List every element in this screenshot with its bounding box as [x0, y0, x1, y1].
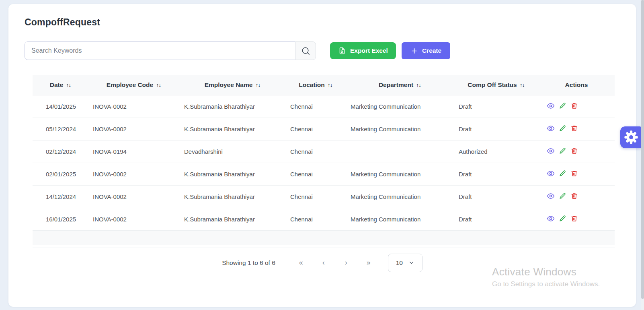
column-label: Department [379, 81, 413, 88]
cell-text: INOVA-0002 [93, 216, 127, 223]
cell-text: Marketing Communication [351, 103, 420, 110]
column-label: Location [299, 81, 325, 88]
cell-text: Marketing Communication [351, 126, 420, 132]
page-size-select[interactable]: 10 [388, 254, 422, 272]
edit-button[interactable] [557, 124, 568, 133]
cell-text: INOVA-0002 [93, 193, 127, 200]
settings-button[interactable] [620, 126, 642, 148]
search-button[interactable] [295, 41, 316, 60]
cell-status: Draft [454, 163, 538, 185]
column-label: Actions [565, 81, 588, 88]
column-header-actions: Actions [538, 75, 615, 95]
view-button[interactable] [545, 124, 557, 134]
create-label: Create [422, 47, 441, 54]
cell-text: Devadharshini [184, 148, 223, 155]
pencil-icon [559, 127, 566, 133]
cell-status: Draft [454, 95, 538, 118]
pencil-icon [559, 172, 566, 178]
edit-button[interactable] [557, 169, 568, 178]
sort-icon[interactable]: ↑↓ [156, 82, 161, 88]
cell-text: 05/12/2024 [46, 126, 76, 132]
view-button[interactable] [545, 192, 557, 201]
trash-icon [570, 195, 578, 201]
column-label: Date [50, 81, 64, 88]
cell-date: 14/01/2025 [33, 95, 88, 118]
sort-icon[interactable]: ↑↓ [255, 82, 260, 88]
search-input[interactable] [25, 41, 295, 60]
table-header-row: Date↑↓Employee Code↑↓Employee Name↑↓Loca… [33, 75, 615, 95]
cell-text: Draft [459, 126, 472, 132]
cell-text: Marketing Communication [351, 193, 420, 200]
cell-employee-name: K.Subramania Bharathiyar [179, 95, 285, 118]
view-button[interactable] [545, 147, 557, 156]
cell-department [346, 140, 454, 163]
create-button[interactable]: Create [402, 42, 450, 59]
column-label: Employee Name [205, 81, 253, 88]
column-label: Comp Off Status [468, 81, 517, 88]
cell-text: Draft [459, 193, 472, 200]
cell-department: Marketing Communication [346, 95, 454, 118]
sort-icon[interactable]: ↑↓ [328, 82, 332, 88]
cell-department: Marketing Communication [346, 185, 454, 208]
previous-page-button[interactable]: ‹ [318, 258, 329, 267]
sort-icon[interactable]: ↑↓ [66, 82, 71, 88]
cell-department: Marketing Communication [346, 118, 454, 140]
page-size-value: 10 [396, 259, 403, 267]
edit-button[interactable] [557, 192, 568, 201]
cell-status: Draft [454, 185, 538, 208]
first-page-button[interactable]: « [295, 258, 307, 267]
cell-text: Chennai [290, 103, 313, 110]
cell-actions [538, 95, 615, 118]
delete-button[interactable] [568, 215, 580, 223]
trash-icon [570, 105, 578, 111]
delete-button[interactable] [568, 192, 580, 201]
sort-icon[interactable]: ↑↓ [520, 82, 525, 88]
delete-button[interactable] [568, 124, 580, 133]
export-excel-button[interactable]: Export Excel [330, 42, 396, 59]
sort-icon[interactable]: ↑↓ [416, 82, 421, 88]
scrollbar[interactable] [641, 0, 644, 310]
eye-icon [547, 105, 555, 111]
cell-text: Chennai [290, 216, 313, 223]
view-button[interactable] [545, 169, 557, 179]
last-page-button[interactable]: » [363, 258, 374, 267]
cell-actions [538, 118, 615, 140]
pagination-summary: Showing 1 to 6 of 6 [222, 259, 275, 267]
table-row: 16/01/2025INOVA-0002K.Subramania Bharath… [33, 208, 615, 230]
delete-button[interactable] [568, 169, 580, 178]
cell-date: 05/12/2024 [33, 118, 88, 140]
column-header-employee-name[interactable]: Employee Name↑↓ [179, 75, 285, 95]
cell-actions [538, 185, 615, 208]
cell-text: Authorized [459, 148, 488, 155]
delete-button[interactable] [568, 147, 580, 156]
delete-button[interactable] [568, 102, 580, 111]
view-button[interactable] [545, 215, 557, 224]
pencil-icon [559, 195, 566, 201]
column-header-date[interactable]: Date↑↓ [33, 75, 88, 95]
cell-actions [538, 208, 615, 230]
column-header-comp-off-status[interactable]: Comp Off Status↑↓ [454, 75, 538, 95]
edit-button[interactable] [557, 215, 568, 223]
table-row: 02/12/2024INOVA-0194DevadharshiniChennai… [33, 140, 615, 163]
cell-date: 16/01/2025 [33, 208, 88, 230]
view-button[interactable] [545, 102, 557, 111]
cell-text: Draft [459, 216, 472, 223]
trash-icon [570, 172, 578, 178]
column-header-location[interactable]: Location↑↓ [285, 75, 346, 95]
cell-location: Chennai [285, 118, 346, 140]
cell-date: 14/12/2024 [33, 185, 88, 208]
cell-status: Authorized [454, 140, 538, 163]
cell-text: 02/12/2024 [46, 148, 76, 155]
cell-text: K.Subramania Bharathiyar [184, 216, 255, 223]
cell-text: Chennai [290, 193, 313, 200]
cell-actions [538, 140, 615, 163]
trash-icon [570, 217, 578, 223]
scrollbar-thumb[interactable] [641, 0, 644, 299]
edit-button[interactable] [557, 147, 568, 156]
eye-icon [547, 150, 555, 156]
edit-button[interactable] [557, 102, 568, 111]
eye-icon [547, 173, 555, 179]
column-header-department[interactable]: Department↑↓ [346, 75, 454, 95]
next-page-button[interactable]: › [340, 258, 352, 267]
column-header-employee-code[interactable]: Employee Code↑↓ [88, 75, 179, 95]
